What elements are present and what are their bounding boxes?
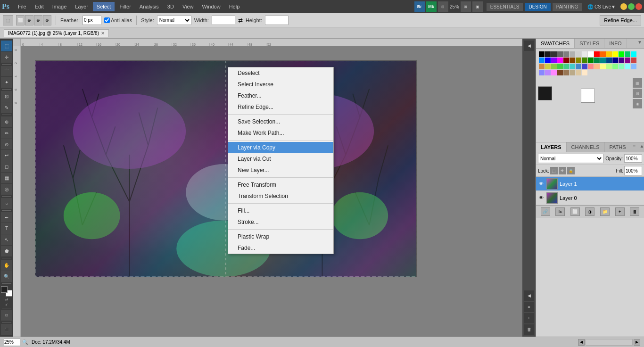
- marquee-sub[interactable]: ⊖: [34, 15, 42, 25]
- fill-input[interactable]: [624, 166, 642, 175]
- swatch-green[interactable]: [619, 51, 624, 57]
- ctx-refine-edge[interactable]: Refine Edge...: [228, 101, 333, 113]
- tab-swatches[interactable]: SWATCHES: [536, 39, 575, 48]
- design-btn[interactable]: DESIGN: [525, 3, 550, 11]
- swatch[interactable]: [606, 64, 612, 69]
- swatch[interactable]: [539, 64, 545, 69]
- new-layer-btn[interactable]: +: [615, 207, 625, 216]
- screen-icon[interactable]: ▣: [472, 1, 483, 12]
- zoom-icon[interactable]: 🔍: [22, 339, 28, 345]
- zoom-input[interactable]: [4, 339, 20, 346]
- layer1-visibility-icon[interactable]: 👁: [538, 181, 545, 187]
- panel-new-btn[interactable]: +: [524, 313, 534, 323]
- gradient-icon[interactable]: ▦: [633, 78, 642, 88]
- swatch-blue[interactable]: [545, 58, 551, 63]
- swatch[interactable]: [619, 64, 624, 69]
- swatch[interactable]: [576, 51, 581, 57]
- swap-icon[interactable]: ⇄: [238, 17, 243, 24]
- menu-edit[interactable]: Edit: [31, 2, 48, 11]
- marquee-add[interactable]: ⊕: [25, 15, 33, 25]
- pattern-icon[interactable]: ⊟: [633, 89, 642, 98]
- marquee-rect[interactable]: ⬜: [16, 15, 25, 25]
- painting-btn[interactable]: PAINTING: [553, 3, 582, 11]
- swatch[interactable]: [545, 70, 551, 75]
- layer-style-btn[interactable]: fx: [555, 207, 565, 216]
- menu-help[interactable]: Help: [225, 2, 244, 11]
- swatch[interactable]: [551, 70, 557, 75]
- antialias-checkbox[interactable]: [104, 17, 110, 23]
- document-tab[interactable]: IMAG0772 (1).jpg @ 25% (Layer 1, RGB/8) …: [4, 29, 109, 37]
- swatch[interactable]: [545, 51, 551, 57]
- swatch[interactable]: [539, 58, 545, 63]
- cs-live[interactable]: 🌐 CS Live▼: [587, 4, 616, 9]
- ctx-fill[interactable]: Fill...: [228, 205, 333, 216]
- tool-brush[interactable]: ✏: [1, 128, 12, 139]
- screen-mode-btn[interactable]: ⬛: [1, 324, 12, 335]
- swatch[interactable]: [570, 64, 575, 69]
- swatch[interactable]: [600, 58, 606, 63]
- width-input[interactable]: [212, 16, 235, 25]
- layer0-visibility-icon[interactable]: 👁: [538, 195, 545, 201]
- ctx-stroke[interactable]: Stroke...: [228, 216, 333, 228]
- swatch[interactable]: [625, 51, 630, 57]
- swatch[interactable]: [600, 51, 606, 57]
- blend-mode-select[interactable]: Normal Multiply Screen: [538, 154, 603, 163]
- foreground-color[interactable]: [1, 286, 8, 293]
- tool-dodge[interactable]: ○: [1, 198, 12, 209]
- tab-styles[interactable]: STYLES: [575, 39, 604, 48]
- menu-filter[interactable]: Filter: [116, 2, 134, 11]
- default-colors-btn[interactable]: ↙: [5, 303, 8, 306]
- layer-row-layer1[interactable]: 👁 Layer 1: [536, 177, 644, 191]
- top-panel-collapse-btn[interactable]: ▼: [636, 39, 644, 48]
- menu-3d[interactable]: 3D: [164, 2, 178, 11]
- tool-magic-wand[interactable]: ✦: [1, 77, 12, 88]
- ctx-save-selection[interactable]: Save Selection...: [228, 116, 333, 127]
- swatch[interactable]: [576, 58, 581, 63]
- menu-file[interactable]: File: [14, 2, 30, 11]
- swatch[interactable]: [570, 51, 575, 57]
- doc-close-btn[interactable]: ✕: [101, 31, 105, 36]
- essentials-btn[interactable]: ESSENTIALS: [487, 3, 523, 11]
- tool-blur[interactable]: ◎: [1, 184, 12, 195]
- swatch[interactable]: [588, 64, 594, 69]
- swatch[interactable]: [545, 64, 551, 69]
- menu-analysis[interactable]: Analysis: [136, 2, 163, 11]
- tool-eyedropper[interactable]: ✎: [1, 102, 12, 113]
- quick-mask-btn[interactable]: ⊡: [1, 310, 12, 321]
- swatch[interactable]: [594, 58, 600, 63]
- background-swatch[interactable]: [581, 89, 595, 103]
- ctx-deselect[interactable]: Deselect: [228, 67, 333, 79]
- height-input[interactable]: [265, 16, 289, 25]
- layers-panel-menu-btn[interactable]: ≡: [631, 142, 638, 152]
- panel-delete-btn[interactable]: 🗑: [524, 324, 534, 335]
- bridge-icon[interactable]: Br: [414, 1, 425, 12]
- tool-hand[interactable]: ✋: [1, 260, 12, 271]
- lock-move-btn[interactable]: ✛: [559, 167, 566, 174]
- foreground-swatch[interactable]: [538, 86, 552, 100]
- ctx-new-layer[interactable]: New Layer...: [228, 165, 333, 176]
- swatch[interactable]: [570, 58, 575, 63]
- swatch[interactable]: [582, 64, 587, 69]
- opacity-input[interactable]: [624, 154, 642, 163]
- swatch-black[interactable]: [539, 51, 545, 57]
- swatch-white[interactable]: [588, 51, 594, 57]
- swatch[interactable]: [612, 64, 618, 69]
- layer-row-layer0[interactable]: 👁 Layer 0: [536, 191, 644, 205]
- menu-layer[interactable]: Layer: [71, 2, 92, 11]
- swatch[interactable]: [588, 58, 594, 63]
- swatch-cyan[interactable]: [631, 51, 636, 57]
- menu-image[interactable]: Image: [49, 2, 71, 11]
- swatch[interactable]: [551, 58, 557, 63]
- tool-move[interactable]: ✛: [1, 52, 12, 63]
- ctx-select-inverse[interactable]: Select Inverse: [228, 79, 333, 90]
- mini-icon[interactable]: Mb: [426, 1, 437, 12]
- ctx-layer-via-cut[interactable]: Layer via Cut: [228, 153, 333, 165]
- ctx-free-transform[interactable]: Free Transform: [228, 179, 333, 190]
- style-icon[interactable]: ◉: [633, 99, 642, 108]
- swatch[interactable]: [557, 51, 563, 57]
- workspace-icon[interactable]: ⊞: [438, 1, 448, 12]
- scroll-right-btn[interactable]: ▶: [634, 339, 640, 346]
- swatch[interactable]: [551, 64, 557, 69]
- layer-mask-btn[interactable]: ⬜: [570, 207, 580, 216]
- swatch[interactable]: [576, 70, 581, 75]
